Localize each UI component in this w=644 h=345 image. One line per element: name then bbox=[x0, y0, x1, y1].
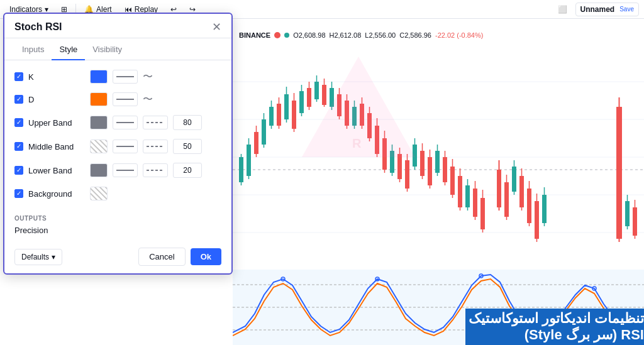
k-checkbox-wrap[interactable] bbox=[14, 72, 23, 81]
banner-text: تنظیمات اندیکاتور استوکاستیک RSI (سر برگ… bbox=[465, 310, 644, 343]
d-row: D 〜 bbox=[14, 88, 221, 111]
ohlc-bar: BINANCE O2,608.98 H2,612.08 L2,556.00 C2… bbox=[239, 31, 483, 39]
middle-line-solid bbox=[116, 146, 134, 147]
tab-visibility[interactable]: Visibility bbox=[85, 38, 130, 60]
tab-style[interactable]: Style bbox=[52, 38, 85, 60]
lower-line-solid bbox=[116, 170, 134, 171]
d-line-solid bbox=[116, 99, 134, 100]
low-price: L2,556.00 bbox=[365, 31, 396, 39]
k-color-swatch[interactable] bbox=[90, 70, 108, 84]
d-checkbox-wrap[interactable] bbox=[14, 95, 23, 104]
d-wavy-icon[interactable]: 〜 bbox=[143, 93, 153, 106]
middle-band-row: Middle Band bbox=[14, 134, 221, 158]
background-row: Background bbox=[14, 182, 221, 205]
fullscreen-icon: ⬜ bbox=[558, 5, 567, 14]
modal-close-button[interactable]: ✕ bbox=[212, 21, 221, 33]
bottom-banner: تنظیمات اندیکاتور استوکاستیک RSI (سر برگ… bbox=[465, 309, 644, 345]
middle-band-line-solid[interactable] bbox=[113, 140, 138, 153]
upper-band-value[interactable] bbox=[173, 115, 202, 130]
modal-body: K 〜 D 〜 Upper Band bbox=[4, 60, 231, 210]
upper-band-checkbox-wrap[interactable] bbox=[14, 118, 23, 127]
close-price: C2,586.96 bbox=[399, 31, 431, 39]
price-dot bbox=[284, 33, 289, 38]
defaults-label: Defaults bbox=[21, 253, 49, 261]
unnamed-button[interactable]: Unnamed Save bbox=[575, 3, 639, 16]
upper-line-solid bbox=[116, 122, 134, 123]
middle-band-checkbox[interactable] bbox=[14, 142, 23, 151]
k-wavy-icon[interactable]: 〜 bbox=[143, 70, 153, 84]
modal-title: Stoch RSI bbox=[14, 21, 62, 33]
upper-band-line-solid[interactable] bbox=[113, 116, 138, 129]
save-label: Save bbox=[619, 6, 634, 13]
d-line-style[interactable] bbox=[113, 92, 138, 106]
lower-band-label: Lower Band bbox=[28, 166, 85, 175]
background-checkbox-wrap[interactable] bbox=[14, 189, 23, 198]
middle-band-label: Middle Band bbox=[28, 142, 85, 151]
middle-line-dashed bbox=[147, 146, 164, 147]
middle-band-line-dashed[interactable] bbox=[143, 140, 168, 153]
precision-row: Precision bbox=[14, 226, 221, 235]
upper-line-dashed bbox=[147, 122, 164, 123]
lower-band-checkbox[interactable] bbox=[14, 166, 23, 175]
modal-footer: Defaults ▾ Cancel Ok bbox=[4, 243, 231, 273]
lower-line-dashed bbox=[147, 170, 164, 171]
watermark: R bbox=[296, 50, 421, 163]
tab-inputs[interactable]: Inputs bbox=[14, 38, 52, 60]
upper-band-checkbox[interactable] bbox=[14, 118, 23, 127]
k-checkbox[interactable] bbox=[14, 72, 23, 81]
upper-band-color-swatch[interactable] bbox=[90, 116, 108, 129]
lower-band-line-dashed[interactable] bbox=[143, 163, 168, 177]
fullscreen-button[interactable]: ⬜ bbox=[553, 3, 572, 16]
stoch-rsi-dialog: Stoch RSI ✕ Inputs Style Visibility K 〜 … bbox=[3, 13, 233, 275]
upper-band-line-dashed[interactable] bbox=[143, 116, 168, 129]
k-line-solid bbox=[116, 76, 134, 77]
d-label: D bbox=[28, 95, 85, 104]
candlestick-chart bbox=[233, 44, 644, 270]
background-checkbox[interactable] bbox=[14, 189, 23, 198]
middle-band-pattern-swatch[interactable] bbox=[90, 140, 108, 153]
chart-area: BINANCE O2,608.98 H2,612.08 L2,556.00 C2… bbox=[233, 19, 644, 345]
lower-band-line-solid[interactable] bbox=[113, 163, 138, 177]
k-row: K 〜 bbox=[14, 65, 221, 88]
modal-header: Stoch RSI ✕ bbox=[4, 14, 231, 38]
upper-band-label: Upper Band bbox=[28, 118, 85, 128]
upper-band-row: Upper Band bbox=[14, 111, 221, 134]
k-label: K bbox=[28, 72, 85, 82]
unnamed-title: Unnamed bbox=[580, 5, 615, 14]
lower-band-checkbox-wrap[interactable] bbox=[14, 166, 23, 175]
lower-band-value[interactable] bbox=[173, 163, 202, 178]
outputs-label: OUTPUTS bbox=[14, 215, 221, 222]
precision-label: Precision bbox=[14, 226, 48, 235]
modal-tabs: Inputs Style Visibility bbox=[4, 38, 231, 60]
exchange-label: BINANCE bbox=[239, 31, 270, 39]
k-line-style[interactable] bbox=[113, 70, 138, 84]
high-price: H2,612.08 bbox=[330, 31, 362, 39]
background-pattern-swatch[interactable] bbox=[90, 187, 108, 200]
toolbar-right: ⬜ Unnamed Save bbox=[553, 3, 639, 16]
background-label: Background bbox=[28, 189, 85, 199]
middle-band-checkbox-wrap[interactable] bbox=[14, 142, 23, 151]
d-checkbox[interactable] bbox=[14, 95, 23, 104]
cancel-label: Cancel bbox=[149, 252, 174, 261]
candle-icon bbox=[274, 32, 280, 38]
lower-band-row: Lower Band bbox=[14, 158, 221, 182]
chevron-down-icon: ▾ bbox=[52, 253, 55, 261]
middle-band-value[interactable] bbox=[173, 139, 202, 154]
lower-band-color-swatch[interactable] bbox=[90, 163, 108, 177]
ok-button[interactable]: Ok bbox=[191, 248, 221, 265]
open-price: O2,608.98 bbox=[293, 31, 325, 39]
ok-label: Ok bbox=[201, 252, 211, 261]
price-change: -22.02 (-0.84%) bbox=[435, 31, 483, 39]
d-color-swatch[interactable] bbox=[90, 92, 108, 106]
defaults-button[interactable]: Defaults ▾ bbox=[14, 249, 62, 265]
svg-text:R: R bbox=[352, 136, 362, 150]
outputs-section: OUTPUTS Precision bbox=[4, 210, 231, 243]
cancel-button[interactable]: Cancel bbox=[138, 248, 185, 266]
